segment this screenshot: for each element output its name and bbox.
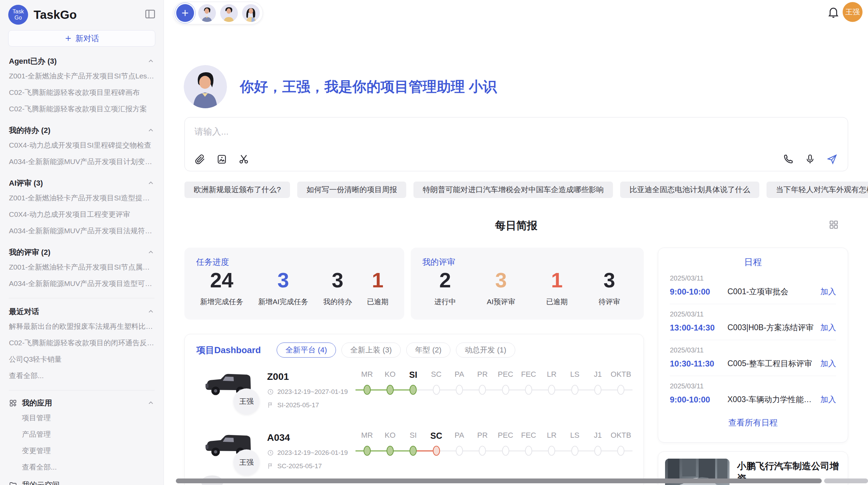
sidebar-task-item[interactable]: C02-飞腾新能源轻客改款项目立项汇报方案 bbox=[9, 101, 155, 117]
sidebar-task-item[interactable]: C0X4-动力总成开发项目工程变更评审 bbox=[9, 206, 155, 223]
app-sub-item[interactable]: 产品管理 bbox=[9, 426, 155, 443]
view-all-schedule-link[interactable]: 查看所有日程 bbox=[658, 412, 848, 428]
milestone-cell[interactable]: MR bbox=[355, 370, 378, 422]
sidebar-task-item[interactable]: Z001-全新燃油轻卡产品开发项目SI节点属性5D文件评审 bbox=[9, 259, 155, 275]
milestone-cell[interactable]: SC bbox=[425, 431, 448, 483]
sidebar-task-item[interactable]: A034-全新新能源MUV产品开发项目造型可行性评审 bbox=[9, 275, 155, 292]
milestone-node[interactable] bbox=[456, 385, 463, 395]
milestone-node[interactable] bbox=[571, 446, 578, 456]
sidebar-section-header[interactable]: Agent已办 (3) bbox=[9, 56, 155, 66]
milestone-cell[interactable]: OKTB bbox=[610, 370, 632, 422]
milestone-node[interactable] bbox=[433, 385, 440, 395]
horizontal-scrollbar-thumb[interactable] bbox=[176, 478, 822, 483]
milestone-cell[interactable]: J1 bbox=[586, 370, 609, 422]
milestone-node[interactable] bbox=[456, 446, 463, 456]
milestone-node[interactable] bbox=[594, 385, 601, 395]
user-avatar[interactable]: 王强 bbox=[843, 2, 863, 22]
new-session-button[interactable] bbox=[176, 4, 194, 22]
new-chat-button[interactable]: 新对话 bbox=[8, 30, 155, 47]
milestone-cell[interactable]: LR bbox=[540, 370, 563, 422]
milestone-cell[interactable]: FEC bbox=[517, 370, 540, 422]
sidebar-collapse-icon[interactable] bbox=[144, 8, 156, 20]
suggestion-chip[interactable]: 特朗普可能对进口汽车增税会对中国车企造成哪些影响 bbox=[413, 182, 613, 198]
suggestion-chip[interactable]: 比亚迪全固态电池计划具体说了什么 bbox=[620, 182, 759, 198]
suggestion-chip[interactable]: 欧洲新规最近颁布了什么? bbox=[184, 182, 290, 198]
app-sub-item[interactable]: 变更管理 bbox=[9, 443, 155, 459]
milestone-cell[interactable]: FEC bbox=[517, 431, 540, 483]
suggestion-chip[interactable]: 当下年轻人对汽车外观有怎样的喜好趋势 bbox=[767, 182, 868, 198]
milestone-cell[interactable]: J1 bbox=[586, 431, 609, 483]
recent-chats-header[interactable]: 最近对话 bbox=[9, 307, 155, 317]
sidebar-task-item[interactable]: C02-飞腾新能源轻客改款项目里程碑画布 bbox=[9, 84, 155, 101]
session-avatar[interactable] bbox=[198, 4, 216, 22]
recent-chat-item[interactable]: 公司Q3轻卡销量 bbox=[9, 351, 155, 368]
sidebar-section-header[interactable]: 我的待办 (2) bbox=[9, 125, 155, 136]
horizontal-scrollbar-track-end[interactable] bbox=[824, 478, 868, 483]
milestone-node[interactable] bbox=[617, 446, 625, 456]
milestone-cell[interactable]: PR bbox=[471, 370, 494, 422]
milestone-node[interactable] bbox=[433, 446, 440, 456]
milestone-node[interactable] bbox=[479, 385, 486, 395]
milestone-cell[interactable]: SC bbox=[425, 370, 448, 422]
milestone-cell[interactable]: PR bbox=[471, 431, 494, 483]
schedule-join-link[interactable]: 加入 bbox=[820, 322, 836, 333]
milestone-node[interactable] bbox=[502, 446, 509, 456]
phone-call-icon[interactable] bbox=[783, 154, 794, 165]
milestone-cell[interactable]: PEC bbox=[494, 431, 517, 483]
apps-view-all-link[interactable]: 查看全部... bbox=[9, 459, 155, 475]
session-avatar[interactable] bbox=[220, 4, 238, 22]
dashboard-filter-chip[interactable]: 全新平台 (4) bbox=[277, 343, 336, 358]
sidebar-section-header[interactable]: AI评审 (3) bbox=[9, 178, 155, 188]
milestone-node[interactable] bbox=[502, 385, 509, 395]
milestone-node[interactable] bbox=[479, 446, 486, 456]
milestone-cell[interactable]: LR bbox=[540, 431, 563, 483]
milestone-cell[interactable]: KO bbox=[378, 370, 401, 422]
milestone-cell[interactable]: MR bbox=[355, 431, 378, 483]
milestone-cell[interactable]: KO bbox=[378, 431, 401, 483]
milestone-cell[interactable]: LS bbox=[563, 431, 586, 483]
app-sub-item[interactable]: 项目管理 bbox=[9, 410, 155, 426]
schedule-join-link[interactable]: 加入 bbox=[820, 286, 836, 297]
milestone-cell[interactable]: PA bbox=[448, 370, 471, 422]
sidebar-task-item[interactable]: Z001-全新燃油皮卡产品开发项目SI节点Lesson Learn报告 bbox=[9, 68, 155, 84]
milestone-cell[interactable]: PEC bbox=[494, 370, 517, 422]
session-avatar[interactable] bbox=[242, 4, 260, 22]
milestone-cell[interactable]: SI bbox=[402, 370, 425, 422]
attachment-icon[interactable] bbox=[194, 154, 205, 165]
microphone-icon[interactable] bbox=[805, 154, 816, 165]
milestone-node[interactable] bbox=[571, 385, 578, 395]
sidebar-section-header[interactable]: 我的评审 (2) bbox=[9, 247, 155, 258]
sidebar-task-item[interactable]: Z001-全新燃油轻卡产品开发项目SI造型提交物评审 bbox=[9, 190, 155, 206]
milestone-node[interactable] bbox=[386, 446, 394, 456]
milestone-node[interactable] bbox=[386, 385, 394, 395]
milestone-node[interactable] bbox=[548, 446, 555, 456]
milestone-cell[interactable]: LS bbox=[563, 370, 586, 422]
milestone-node[interactable] bbox=[548, 385, 555, 395]
scissors-icon[interactable] bbox=[238, 154, 249, 165]
milestone-node[interactable] bbox=[363, 385, 371, 395]
milestone-cell[interactable]: PA bbox=[448, 431, 471, 483]
milestone-node[interactable] bbox=[410, 385, 417, 395]
milestone-node[interactable] bbox=[617, 385, 625, 395]
suggestion-chip[interactable]: 如何写一份清晰的项目周报 bbox=[297, 182, 406, 198]
briefing-layout-grid-icon[interactable] bbox=[828, 219, 839, 230]
sidebar-task-item[interactable]: A034-全新新能源MUV产品开发项目法规符合性评审 bbox=[9, 223, 155, 239]
schedule-join-link[interactable]: 加入 bbox=[820, 394, 836, 405]
milestone-node[interactable] bbox=[363, 446, 371, 456]
milestone-node[interactable] bbox=[410, 446, 417, 456]
recent-view-all-link[interactable]: 查看全部... bbox=[9, 368, 155, 384]
milestone-node[interactable] bbox=[594, 446, 601, 456]
dashboard-filter-chip[interactable]: 年型 (2) bbox=[406, 343, 450, 358]
milestone-node[interactable] bbox=[525, 385, 532, 395]
recent-chat-item[interactable]: 解释最新出台的欧盟报废车法规再生塑料比例被调至15%... bbox=[9, 318, 155, 335]
sidebar-item-my-apps[interactable]: 我的应用 bbox=[9, 398, 155, 408]
recent-chat-item[interactable]: C02-飞腾新能源轻客改款项目的闭环通告反馈情况 bbox=[9, 335, 155, 351]
sidebar-task-item[interactable]: A034-全新新能源MUV产品开发项目计划变更表编写 bbox=[9, 153, 155, 170]
dashboard-filter-chip[interactable]: 全新上装 (3) bbox=[341, 343, 401, 358]
milestone-cell[interactable]: SI bbox=[402, 431, 425, 483]
send-icon[interactable] bbox=[827, 154, 837, 165]
notifications-bell-icon[interactable] bbox=[827, 5, 840, 18]
sidebar-task-item[interactable]: C0X4-动力总成开发项目SI里程碑提交物检查 bbox=[9, 137, 155, 153]
milestone-node[interactable] bbox=[525, 446, 532, 456]
image-upload-icon[interactable] bbox=[216, 154, 227, 165]
